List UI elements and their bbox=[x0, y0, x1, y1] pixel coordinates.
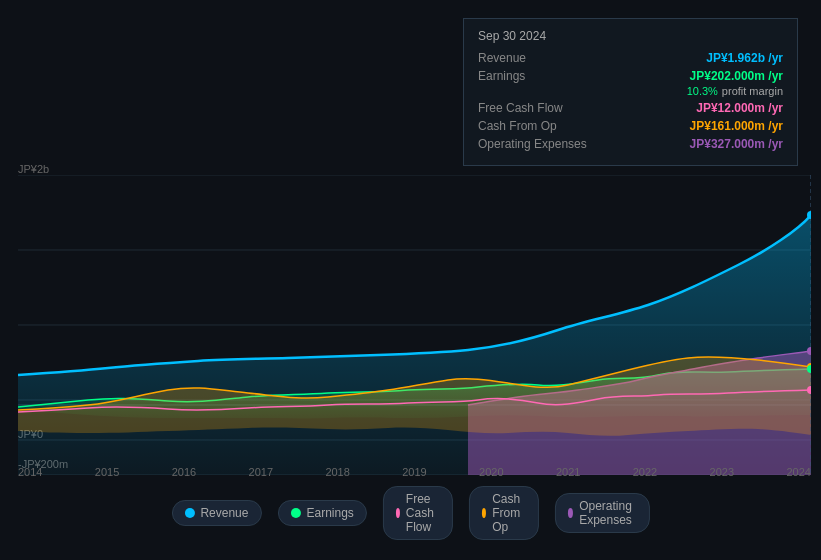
legend-earnings[interactable]: Earnings bbox=[277, 500, 366, 526]
x-label-2021: 2021 bbox=[556, 466, 580, 478]
cfo-row: Cash From Op JP¥161.000m /yr bbox=[478, 119, 783, 133]
earnings-label: Earnings bbox=[478, 69, 525, 83]
tooltip-date: Sep 30 2024 bbox=[478, 29, 783, 43]
cfo-label: Cash From Op bbox=[478, 119, 557, 133]
legend-label-opex: Operating Expenses bbox=[579, 499, 636, 527]
earnings-value: JP¥202.000m /yr bbox=[690, 69, 783, 83]
opex-value: JP¥327.000m /yr bbox=[690, 137, 783, 151]
legend-opex[interactable]: Operating Expenses bbox=[555, 493, 650, 533]
legend-dot-cfo bbox=[482, 508, 486, 518]
opex-label: Operating Expenses bbox=[478, 137, 587, 151]
fcf-label: Free Cash Flow bbox=[478, 101, 563, 115]
profit-margin-label: profit margin bbox=[722, 85, 783, 97]
x-label-2024: 2024 bbox=[786, 466, 810, 478]
legend-label-earnings: Earnings bbox=[306, 506, 353, 520]
revenue-value: JP¥1.962b /yr bbox=[706, 51, 783, 65]
fcf-value: JP¥12.000m /yr bbox=[696, 101, 783, 115]
legend-dot-fcf bbox=[396, 508, 400, 518]
legend-dot-earnings bbox=[290, 508, 300, 518]
profit-margin-value: 10.3% bbox=[687, 85, 718, 97]
chart-svg bbox=[18, 175, 811, 475]
cfo-value: JP¥161.000m /yr bbox=[690, 119, 783, 133]
x-label-2023: 2023 bbox=[710, 466, 734, 478]
x-label-2018: 2018 bbox=[325, 466, 349, 478]
legend-label-cfo: Cash From Op bbox=[492, 492, 526, 534]
legend-fcf[interactable]: Free Cash Flow bbox=[383, 486, 453, 540]
x-label-2019: 2019 bbox=[402, 466, 426, 478]
revenue-label: Revenue bbox=[478, 51, 526, 65]
legend-dot-opex bbox=[568, 508, 573, 518]
x-label-2016: 2016 bbox=[172, 466, 196, 478]
legend-revenue[interactable]: Revenue bbox=[171, 500, 261, 526]
profit-margin-row: 10.3% profit margin bbox=[478, 85, 783, 97]
tooltip-box: Sep 30 2024 Revenue JP¥1.962b /yr Earnin… bbox=[463, 18, 798, 166]
revenue-row: Revenue JP¥1.962b /yr bbox=[478, 51, 783, 65]
x-axis-labels: 2014 2015 2016 2017 2018 2019 2020 2021 … bbox=[18, 466, 811, 478]
chart-container: Sep 30 2024 Revenue JP¥1.962b /yr Earnin… bbox=[0, 0, 821, 560]
x-label-2020: 2020 bbox=[479, 466, 503, 478]
earnings-row: Earnings JP¥202.000m /yr bbox=[478, 69, 783, 83]
chart-legend: Revenue Earnings Free Cash Flow Cash Fro… bbox=[171, 486, 649, 540]
legend-cfo[interactable]: Cash From Op bbox=[469, 486, 539, 540]
x-label-2017: 2017 bbox=[249, 466, 273, 478]
x-label-2015: 2015 bbox=[95, 466, 119, 478]
legend-label-fcf: Free Cash Flow bbox=[406, 492, 440, 534]
x-label-2022: 2022 bbox=[633, 466, 657, 478]
fcf-row: Free Cash Flow JP¥12.000m /yr bbox=[478, 101, 783, 115]
y-axis-top-label: JP¥2b bbox=[18, 163, 49, 175]
x-label-2014: 2014 bbox=[18, 466, 42, 478]
legend-label-revenue: Revenue bbox=[200, 506, 248, 520]
legend-dot-revenue bbox=[184, 508, 194, 518]
opex-row: Operating Expenses JP¥327.000m /yr bbox=[478, 137, 783, 151]
